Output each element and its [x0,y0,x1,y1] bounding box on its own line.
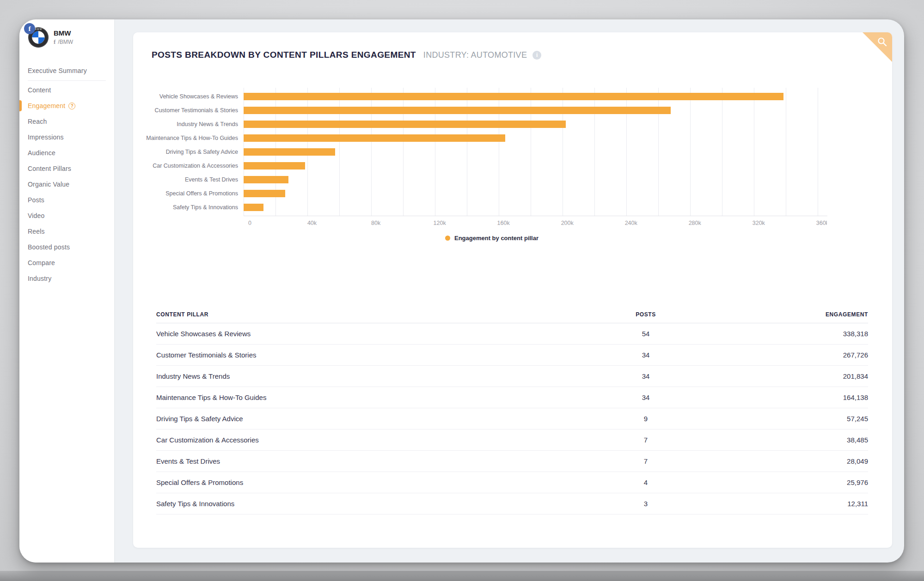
cell-posts: 4 [562,478,729,486]
table-row[interactable]: Vehicle Showcases & Reviews 54 338,318 [156,323,868,345]
table-row[interactable]: Maintenance Tips & How-To Guides 34 164,… [156,387,868,408]
x-axis-tick: 360k [816,220,827,226]
chart-category-label: Safety Tips & Innovations [152,200,244,214]
help-icon[interactable]: ? [68,103,75,109]
pillars-table: CONTENT PILLAR POSTS ENGAGEMENT Vehicle … [156,306,868,514]
sidebar-item-label: Reach [28,118,47,125]
table-row[interactable]: Industry News & Trends 34 201,834 [156,366,868,387]
chart-bar[interactable] [244,190,285,197]
search-icon[interactable] [877,36,888,48]
cell-posts: 7 [562,436,729,444]
sidebar-item-reels[interactable]: Reels [19,224,114,239]
chart-bar[interactable] [244,107,671,114]
cell-posts: 34 [562,372,729,380]
chart-bar[interactable] [244,162,305,169]
chart-bar-row [244,187,827,200]
chart-category-label: Vehicle Showcases & Reviews [152,90,244,103]
table-header-engagement: ENGAGEMENT [729,311,868,318]
profile-handle-text: /BMW [58,39,73,46]
chart-category-label: Car Customization & Accessories [152,159,244,173]
sidebar-item-posts[interactable]: Posts [19,192,114,208]
chart-bar[interactable] [244,148,335,156]
sidebar-item-executive-summary[interactable]: Executive Summary [19,63,114,79]
cell-engagement: 25,976 [729,478,868,486]
chart-x-axis: 040k80k120k160k200k240k280k320k360k [248,219,827,228]
cell-posts: 3 [562,500,729,508]
cell-engagement: 38,485 [729,436,868,444]
chart-bar[interactable] [244,121,566,128]
sidebar-item-compare[interactable]: Compare [19,255,114,271]
cell-engagement: 57,245 [729,415,868,423]
chart-category-label: Customer Testimonials & Stories [152,103,244,117]
chart-bar-row [244,159,827,173]
sidebar-item-content-pillars[interactable]: Content Pillars [19,161,114,176]
sidebar-item-engagement[interactable]: Engagement ? [19,98,114,114]
table-row[interactable]: Customer Testimonials & Stories 34 267,7… [156,345,868,366]
x-axis-tick: 320k [753,220,765,226]
cell-posts: 34 [562,393,729,401]
sidebar-item-industry[interactable]: Industry [19,271,114,286]
chart-bar-row [244,90,827,103]
cell-engagement: 267,726 [729,351,868,359]
engagement-bar-chart: Vehicle Showcases & ReviewsCustomer Test… [152,88,832,216]
table-row[interactable]: Car Customization & Accessories 7 38,485 [156,430,868,451]
chart-bar[interactable] [244,176,288,183]
card-header: POSTS BREAKDOWN BY CONTENT PILLARS ENGAG… [152,50,541,60]
active-indicator [19,100,22,111]
sidebar-item-content[interactable]: Content [19,82,114,98]
chart-plot-area [244,88,827,216]
sidebar: B M W f BMW f /BMW Executive Summary Con… [19,19,114,563]
chart-bar-row [244,103,827,117]
sidebar-item-label: Posts [28,196,44,204]
x-axis-tick: 280k [689,220,701,226]
legend-label: Engagement by content pillar [454,235,538,242]
cell-posts: 7 [562,457,729,465]
info-icon[interactable]: i [532,51,541,60]
profile-block[interactable]: B M W f BMW f /BMW [19,19,114,53]
sidebar-item-label: Engagement [28,102,65,109]
sidebar-item-impressions[interactable]: Impressions [19,129,114,145]
report-card: POSTS BREAKDOWN BY CONTENT PILLARS ENGAG… [133,32,892,548]
sidebar-item-organic-value[interactable]: Organic Value [19,176,114,192]
cell-engagement: 338,318 [729,330,868,338]
chart-category-labels: Vehicle Showcases & ReviewsCustomer Test… [152,88,244,216]
x-axis-tick: 240k [625,220,637,226]
sidebar-nav: Executive Summary Content Engagement ? R… [19,63,114,286]
chart-bar-row [244,117,827,131]
chart-bar[interactable] [244,204,263,211]
chart-bar-row [244,145,827,159]
desktop-bottom-shade [0,571,924,581]
sidebar-item-reach[interactable]: Reach [19,114,114,129]
sidebar-item-label: Organic Value [28,181,69,188]
cell-content-pillar: Maintenance Tips & How-To Guides [156,393,562,401]
table-row[interactable]: Events & Test Drives 7 28,049 [156,451,868,472]
sidebar-item-label: Compare [28,259,55,266]
sidebar-item-audience[interactable]: Audience [19,145,114,161]
table-row[interactable]: Safety Tips & Innovations 3 12,311 [156,493,868,514]
sidebar-item-boosted-posts[interactable]: Boosted posts [19,239,114,255]
cell-posts: 54 [562,330,729,338]
chart-bar-row [244,131,827,145]
facebook-badge-icon: f [24,23,35,34]
table-row[interactable]: Special Offers & Promotions 4 25,976 [156,472,868,493]
cell-engagement: 28,049 [729,457,868,465]
chart-bar[interactable] [244,134,505,142]
table-header-content-pillar: CONTENT PILLAR [156,311,562,318]
profile-name: BMW [54,29,73,38]
page-title: POSTS BREAKDOWN BY CONTENT PILLARS ENGAG… [152,50,416,60]
cell-content-pillar: Safety Tips & Innovations [156,500,562,508]
chart-bar-row [244,173,827,187]
cell-posts: 9 [562,415,729,423]
sidebar-item-video[interactable]: Video [19,208,114,224]
cell-content-pillar: Events & Test Drives [156,457,562,465]
table-row[interactable]: Driving Tips & Safety Advice 9 57,245 [156,408,868,430]
chart-legend[interactable]: Engagement by content pillar [152,235,832,242]
chart-category-label: Events & Test Drives [152,173,244,187]
cell-engagement: 164,138 [729,393,868,401]
sidebar-item-label: Impressions [28,133,64,141]
sidebar-item-label: Executive Summary [28,67,87,74]
x-axis-tick: 40k [307,220,317,226]
sidebar-item-label: Reels [28,228,45,235]
chart-bar[interactable] [244,93,783,100]
chart-bar-row [244,200,827,214]
